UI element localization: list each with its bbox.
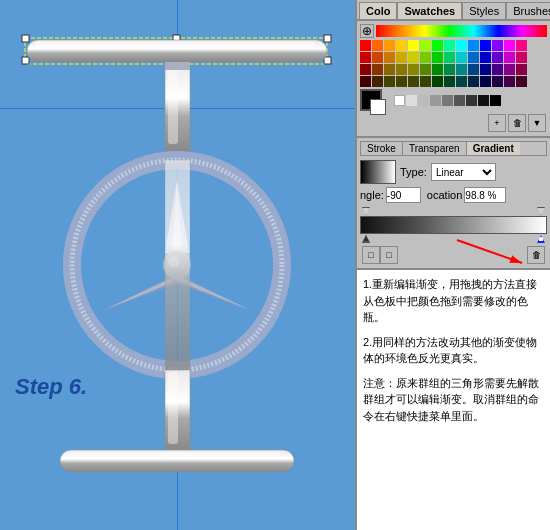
color-swatch[interactable]	[468, 76, 479, 87]
color-swatch[interactable]	[420, 64, 431, 75]
spectrum-bar[interactable]	[376, 25, 547, 37]
color-swatch[interactable]	[492, 64, 503, 75]
foreground-background	[360, 89, 547, 111]
angle-input[interactable]	[386, 187, 421, 203]
swatches-palette: ⊕	[357, 21, 550, 138]
tab-swatches[interactable]: Swatches	[397, 2, 462, 19]
color-swatch[interactable]	[408, 52, 419, 63]
gradient-bar-area	[360, 207, 547, 243]
opacity-stop-right[interactable]	[537, 207, 545, 215]
gradient-bottom-icons: □ □ 🗑	[360, 245, 547, 265]
color-swatch[interactable]	[516, 76, 527, 87]
color-swatch[interactable]	[480, 76, 491, 87]
svg-rect-14	[165, 160, 190, 370]
color-swatch[interactable]	[492, 40, 503, 51]
background-color[interactable]	[370, 99, 386, 115]
color-swatch[interactable]	[360, 40, 371, 51]
color-swatch[interactable]	[420, 52, 431, 63]
canvas-area: Step 6.	[0, 0, 355, 530]
color-swatch[interactable]	[384, 40, 395, 51]
color-swatch[interactable]	[406, 95, 417, 106]
color-swatch[interactable]	[490, 95, 501, 106]
color-swatch[interactable]	[478, 95, 489, 106]
color-swatch[interactable]	[420, 40, 431, 51]
color-swatch[interactable]	[408, 64, 419, 75]
color-stop-right-active[interactable]	[537, 235, 545, 243]
tab-transparency[interactable]: Transparen	[403, 142, 467, 155]
color-swatch[interactable]	[408, 76, 419, 87]
color-swatch[interactable]	[444, 40, 455, 51]
color-swatch[interactable]	[504, 76, 515, 87]
color-swatch[interactable]	[396, 40, 407, 51]
delete-swatch-button[interactable]: 🗑	[508, 114, 526, 132]
tab-brushes[interactable]: Brushes	[506, 2, 550, 19]
svg-rect-16	[168, 372, 178, 444]
color-swatch[interactable]	[456, 52, 467, 63]
color-swatch[interactable]	[468, 40, 479, 51]
color-swatch[interactable]	[384, 64, 395, 75]
color-swatch[interactable]	[360, 52, 371, 63]
menu-button[interactable]: ▼	[528, 114, 546, 132]
new-swatch-button[interactable]: +	[488, 114, 506, 132]
instruction-note-text: 注意：原来群组的三角形需要先解散群组才可以编辑渐变。取消群组的命令在右键快捷菜单…	[363, 375, 544, 425]
color-swatch[interactable]	[504, 52, 515, 63]
color-swatch[interactable]	[456, 40, 467, 51]
eyedropper-icon[interactable]: ⊕	[360, 24, 374, 38]
color-swatch[interactable]	[480, 40, 491, 51]
color-swatch[interactable]	[492, 76, 503, 87]
gradient-swatch-2[interactable]: □	[380, 246, 398, 264]
color-swatch[interactable]	[384, 76, 395, 87]
color-swatch[interactable]	[444, 64, 455, 75]
tab-gradient[interactable]: Gradient	[467, 142, 520, 155]
color-swatch[interactable]	[408, 40, 419, 51]
color-swatch[interactable]	[456, 76, 467, 87]
foreground-color[interactable]	[360, 89, 382, 111]
color-swatch[interactable]	[384, 52, 395, 63]
color-swatch[interactable]	[372, 64, 383, 75]
color-swatch[interactable]	[396, 64, 407, 75]
location-input[interactable]	[464, 187, 506, 203]
color-swatch[interactable]	[360, 76, 371, 87]
color-swatch[interactable]	[432, 64, 443, 75]
opacity-stops	[360, 207, 547, 215]
color-swatch[interactable]	[480, 52, 491, 63]
color-swatch[interactable]	[456, 64, 467, 75]
tab-stroke[interactable]: Stroke	[361, 142, 403, 155]
color-swatch[interactable]	[394, 95, 405, 106]
gradient-bar[interactable]	[360, 216, 547, 234]
color-swatch[interactable]	[492, 52, 503, 63]
color-swatch[interactable]	[516, 64, 527, 75]
gradient-swatch-1[interactable]: □	[362, 246, 380, 264]
color-swatch[interactable]	[432, 76, 443, 87]
gradient-preview	[360, 160, 396, 184]
color-swatch[interactable]	[468, 52, 479, 63]
color-swatch[interactable]	[396, 76, 407, 87]
color-swatch[interactable]	[418, 95, 429, 106]
color-swatch[interactable]	[442, 95, 453, 106]
color-swatch[interactable]	[430, 95, 441, 106]
color-swatch[interactable]	[516, 52, 527, 63]
color-swatch[interactable]	[444, 52, 455, 63]
color-stop-left[interactable]	[362, 235, 370, 243]
color-swatch[interactable]	[444, 76, 455, 87]
color-swatch[interactable]	[372, 76, 383, 87]
opacity-stop-left[interactable]	[362, 207, 370, 215]
color-swatch[interactable]	[360, 64, 371, 75]
tab-styles[interactable]: Styles	[462, 2, 506, 19]
color-swatch[interactable]	[480, 64, 491, 75]
color-swatch[interactable]	[468, 64, 479, 75]
color-swatch[interactable]	[516, 40, 527, 51]
color-swatch[interactable]	[432, 52, 443, 63]
color-swatch[interactable]	[504, 40, 515, 51]
tab-color[interactable]: Colo	[359, 2, 397, 19]
delete-stop-button[interactable]: 🗑	[527, 246, 545, 264]
color-swatch[interactable]	[466, 95, 477, 106]
color-swatch[interactable]	[396, 52, 407, 63]
color-swatch[interactable]	[372, 40, 383, 51]
color-swatch[interactable]	[504, 64, 515, 75]
color-swatch[interactable]	[420, 76, 431, 87]
type-select[interactable]: Linear	[431, 163, 496, 181]
color-swatch[interactable]	[372, 52, 383, 63]
color-swatch[interactable]	[454, 95, 465, 106]
color-swatch[interactable]	[432, 40, 443, 51]
